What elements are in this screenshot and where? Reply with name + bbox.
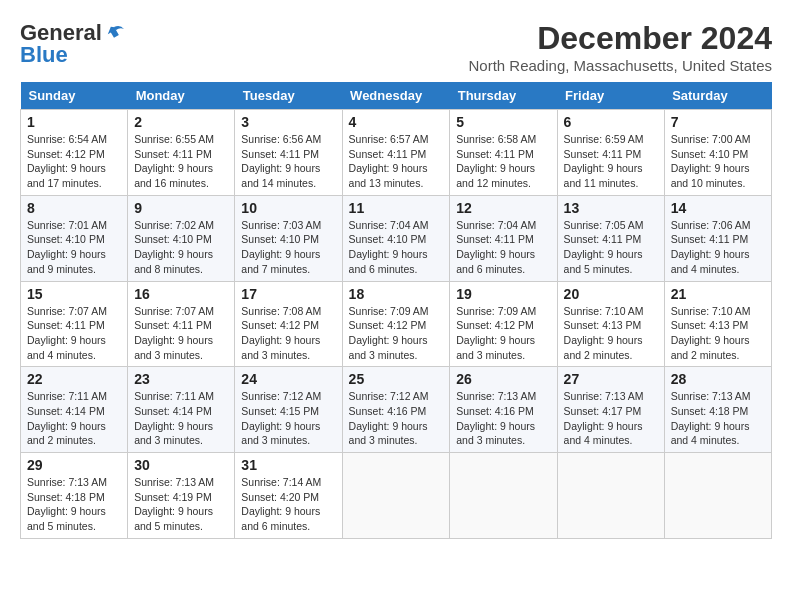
calendar-cell: 18Sunrise: 7:09 AM Sunset: 4:12 PM Dayli… [342, 281, 450, 367]
calendar-cell: 23Sunrise: 7:11 AM Sunset: 4:14 PM Dayli… [128, 367, 235, 453]
day-info: Sunrise: 7:12 AM Sunset: 4:16 PM Dayligh… [349, 389, 444, 448]
day-number: 5 [456, 114, 550, 130]
calendar-cell: 10Sunrise: 7:03 AM Sunset: 4:10 PM Dayli… [235, 195, 342, 281]
day-info: Sunrise: 7:11 AM Sunset: 4:14 PM Dayligh… [27, 389, 121, 448]
day-number: 1 [27, 114, 121, 130]
location-title: North Reading, Massachusetts, United Sta… [469, 57, 773, 74]
day-info: Sunrise: 7:13 AM Sunset: 4:18 PM Dayligh… [27, 475, 121, 534]
weekday-header-tuesday: Tuesday [235, 82, 342, 110]
calendar-cell: 6Sunrise: 6:59 AM Sunset: 4:11 PM Daylig… [557, 110, 664, 196]
month-title: December 2024 [469, 20, 773, 57]
calendar-cell [342, 453, 450, 539]
day-number: 9 [134, 200, 228, 216]
day-number: 2 [134, 114, 228, 130]
calendar-cell: 14Sunrise: 7:06 AM Sunset: 4:11 PM Dayli… [664, 195, 771, 281]
logo: General Blue [20, 20, 126, 68]
calendar-cell: 9Sunrise: 7:02 AM Sunset: 4:10 PM Daylig… [128, 195, 235, 281]
calendar-header-row: SundayMondayTuesdayWednesdayThursdayFrid… [21, 82, 772, 110]
day-number: 17 [241, 286, 335, 302]
weekday-header-saturday: Saturday [664, 82, 771, 110]
day-number: 7 [671, 114, 765, 130]
day-number: 24 [241, 371, 335, 387]
calendar-cell: 5Sunrise: 6:58 AM Sunset: 4:11 PM Daylig… [450, 110, 557, 196]
day-number: 10 [241, 200, 335, 216]
day-number: 26 [456, 371, 550, 387]
day-number: 20 [564, 286, 658, 302]
day-info: Sunrise: 6:58 AM Sunset: 4:11 PM Dayligh… [456, 132, 550, 191]
day-number: 25 [349, 371, 444, 387]
day-info: Sunrise: 7:01 AM Sunset: 4:10 PM Dayligh… [27, 218, 121, 277]
day-number: 11 [349, 200, 444, 216]
weekday-header-monday: Monday [128, 82, 235, 110]
day-info: Sunrise: 7:13 AM Sunset: 4:19 PM Dayligh… [134, 475, 228, 534]
day-number: 21 [671, 286, 765, 302]
page-header: General Blue December 2024 North Reading… [20, 20, 772, 74]
day-info: Sunrise: 6:55 AM Sunset: 4:11 PM Dayligh… [134, 132, 228, 191]
calendar-cell: 31Sunrise: 7:14 AM Sunset: 4:20 PM Dayli… [235, 453, 342, 539]
day-info: Sunrise: 7:04 AM Sunset: 4:11 PM Dayligh… [456, 218, 550, 277]
day-info: Sunrise: 7:04 AM Sunset: 4:10 PM Dayligh… [349, 218, 444, 277]
calendar-cell [664, 453, 771, 539]
calendar-cell: 30Sunrise: 7:13 AM Sunset: 4:19 PM Dayli… [128, 453, 235, 539]
weekday-header-wednesday: Wednesday [342, 82, 450, 110]
day-number: 16 [134, 286, 228, 302]
day-number: 4 [349, 114, 444, 130]
day-info: Sunrise: 7:10 AM Sunset: 4:13 PM Dayligh… [564, 304, 658, 363]
calendar-cell: 29Sunrise: 7:13 AM Sunset: 4:18 PM Dayli… [21, 453, 128, 539]
day-number: 23 [134, 371, 228, 387]
logo-blue: Blue [20, 42, 68, 68]
calendar-cell: 7Sunrise: 7:00 AM Sunset: 4:10 PM Daylig… [664, 110, 771, 196]
weekday-header-sunday: Sunday [21, 82, 128, 110]
day-info: Sunrise: 7:10 AM Sunset: 4:13 PM Dayligh… [671, 304, 765, 363]
calendar-cell: 15Sunrise: 7:07 AM Sunset: 4:11 PM Dayli… [21, 281, 128, 367]
calendar-table: SundayMondayTuesdayWednesdayThursdayFrid… [20, 82, 772, 539]
day-info: Sunrise: 7:02 AM Sunset: 4:10 PM Dayligh… [134, 218, 228, 277]
day-info: Sunrise: 7:00 AM Sunset: 4:10 PM Dayligh… [671, 132, 765, 191]
day-number: 6 [564, 114, 658, 130]
calendar-cell: 1Sunrise: 6:54 AM Sunset: 4:12 PM Daylig… [21, 110, 128, 196]
day-info: Sunrise: 6:54 AM Sunset: 4:12 PM Dayligh… [27, 132, 121, 191]
weekday-header-friday: Friday [557, 82, 664, 110]
day-number: 31 [241, 457, 335, 473]
calendar-cell: 8Sunrise: 7:01 AM Sunset: 4:10 PM Daylig… [21, 195, 128, 281]
day-info: Sunrise: 6:57 AM Sunset: 4:11 PM Dayligh… [349, 132, 444, 191]
day-number: 18 [349, 286, 444, 302]
calendar-cell: 19Sunrise: 7:09 AM Sunset: 4:12 PM Dayli… [450, 281, 557, 367]
day-number: 13 [564, 200, 658, 216]
day-info: Sunrise: 7:08 AM Sunset: 4:12 PM Dayligh… [241, 304, 335, 363]
day-number: 12 [456, 200, 550, 216]
calendar-cell: 20Sunrise: 7:10 AM Sunset: 4:13 PM Dayli… [557, 281, 664, 367]
day-number: 27 [564, 371, 658, 387]
calendar-cell [557, 453, 664, 539]
day-number: 8 [27, 200, 121, 216]
day-info: Sunrise: 6:59 AM Sunset: 4:11 PM Dayligh… [564, 132, 658, 191]
day-info: Sunrise: 6:56 AM Sunset: 4:11 PM Dayligh… [241, 132, 335, 191]
calendar-cell: 17Sunrise: 7:08 AM Sunset: 4:12 PM Dayli… [235, 281, 342, 367]
day-info: Sunrise: 7:13 AM Sunset: 4:18 PM Dayligh… [671, 389, 765, 448]
calendar-week-row: 8Sunrise: 7:01 AM Sunset: 4:10 PM Daylig… [21, 195, 772, 281]
day-number: 28 [671, 371, 765, 387]
day-info: Sunrise: 7:14 AM Sunset: 4:20 PM Dayligh… [241, 475, 335, 534]
day-number: 14 [671, 200, 765, 216]
logo-bird-icon [104, 22, 126, 44]
calendar-cell: 22Sunrise: 7:11 AM Sunset: 4:14 PM Dayli… [21, 367, 128, 453]
day-number: 3 [241, 114, 335, 130]
calendar-cell: 16Sunrise: 7:07 AM Sunset: 4:11 PM Dayli… [128, 281, 235, 367]
day-info: Sunrise: 7:13 AM Sunset: 4:16 PM Dayligh… [456, 389, 550, 448]
calendar-cell: 26Sunrise: 7:13 AM Sunset: 4:16 PM Dayli… [450, 367, 557, 453]
calendar-cell: 25Sunrise: 7:12 AM Sunset: 4:16 PM Dayli… [342, 367, 450, 453]
calendar-cell: 21Sunrise: 7:10 AM Sunset: 4:13 PM Dayli… [664, 281, 771, 367]
calendar-cell [450, 453, 557, 539]
calendar-week-row: 22Sunrise: 7:11 AM Sunset: 4:14 PM Dayli… [21, 367, 772, 453]
calendar-week-row: 1Sunrise: 6:54 AM Sunset: 4:12 PM Daylig… [21, 110, 772, 196]
calendar-cell: 24Sunrise: 7:12 AM Sunset: 4:15 PM Dayli… [235, 367, 342, 453]
day-info: Sunrise: 7:11 AM Sunset: 4:14 PM Dayligh… [134, 389, 228, 448]
day-number: 15 [27, 286, 121, 302]
calendar-cell: 13Sunrise: 7:05 AM Sunset: 4:11 PM Dayli… [557, 195, 664, 281]
day-info: Sunrise: 7:06 AM Sunset: 4:11 PM Dayligh… [671, 218, 765, 277]
calendar-cell: 28Sunrise: 7:13 AM Sunset: 4:18 PM Dayli… [664, 367, 771, 453]
title-area: December 2024 North Reading, Massachuset… [469, 20, 773, 74]
day-number: 29 [27, 457, 121, 473]
calendar-week-row: 29Sunrise: 7:13 AM Sunset: 4:18 PM Dayli… [21, 453, 772, 539]
day-info: Sunrise: 7:09 AM Sunset: 4:12 PM Dayligh… [349, 304, 444, 363]
